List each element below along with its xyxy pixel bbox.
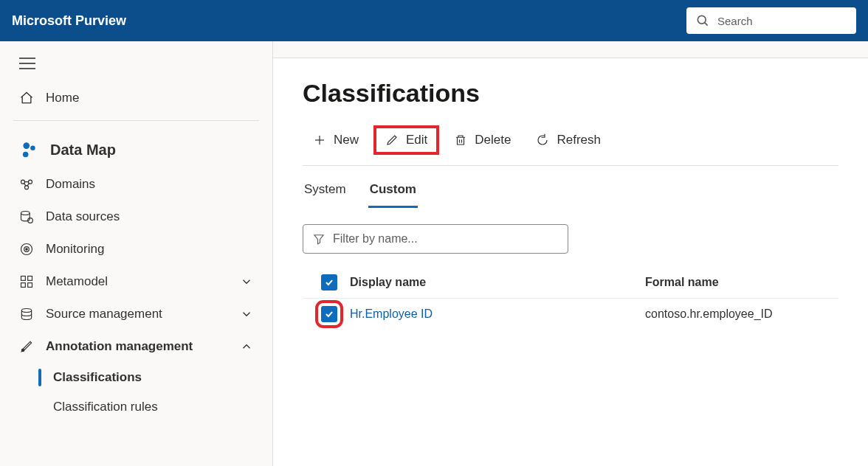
data-sources-icon [19,209,34,224]
sidebar-item-label: Source management [46,307,162,321]
edit-button[interactable]: Edit [373,125,439,155]
tab-custom[interactable]: Custom [368,176,418,208]
delete-button[interactable]: Delete [444,127,521,153]
svg-point-21 [21,349,24,351]
chevron-up-icon [240,340,253,353]
pencil-icon [385,133,399,147]
filter-input[interactable] [333,232,559,246]
filter-box[interactable] [303,224,568,254]
svg-rect-19 [28,283,32,288]
button-label: Edit [406,133,427,147]
data-map-icon [19,140,38,159]
sidebar-item-label: Metamodel [46,274,108,289]
sidebar-item-metamodel[interactable]: Metamodel [13,265,259,298]
row-display-name[interactable]: Hr.Employee ID [350,307,645,321]
toolbar: New Edit Delete Refresh [303,125,838,166]
select-all-checkbox[interactable] [321,274,337,291]
sidebar: Home Data Map Domains Data so [0,41,273,466]
svg-rect-16 [21,277,26,281]
brand-title: Microsoft Purview [12,13,126,29]
search-icon [695,13,710,28]
svg-point-10 [25,186,29,189]
home-icon [19,91,34,105]
refresh-button[interactable]: Refresh [526,127,611,153]
check-icon [324,309,334,319]
filter-icon [312,232,326,246]
button-label: Refresh [557,133,601,147]
table-row: Hr.Employee ID contoso.hr.employee_ID [303,299,838,330]
chevron-down-icon [240,275,253,288]
tab-bar: System Custom [303,176,838,208]
sidebar-item-annotation-management[interactable]: Annotation management [13,330,259,363]
sidebar-section-label: Data Map [50,142,116,159]
sidebar-item-data-sources[interactable]: Data sources [13,201,259,233]
search-container [686,7,856,34]
sidebar-item-label: Classifications [53,370,142,385]
svg-point-15 [26,248,28,251]
main-content: Classifications New Edit Delete [273,58,868,466]
svg-point-20 [21,309,31,313]
svg-point-5 [23,142,30,149]
sidebar-section-data-map[interactable]: Data Map [13,131,259,168]
column-header-formal[interactable]: Formal name [645,276,833,289]
svg-rect-17 [28,277,32,281]
domains-icon [19,177,34,192]
app-header: Microsoft Purview [0,0,868,41]
plus-icon [313,133,326,147]
chevron-down-icon [240,307,253,321]
annotation-management-icon [19,339,34,354]
source-management-icon [19,307,34,321]
new-button[interactable]: New [303,127,369,153]
sidebar-item-label: Classification rules [53,400,158,414]
svg-rect-18 [21,283,26,288]
trash-icon [454,133,467,147]
sidebar-item-source-management[interactable]: Source management [13,298,259,330]
search-input[interactable] [717,15,847,27]
svg-line-1 [705,23,708,26]
column-header-display[interactable]: Display name [350,276,645,289]
svg-point-0 [698,15,706,24]
sidebar-item-monitoring[interactable]: Monitoring [13,233,259,265]
button-label: Delete [475,133,511,147]
sidebar-item-label: Domains [46,177,95,192]
sidebar-sublist: Classifications Classification rules [35,363,259,422]
sidebar-divider [13,120,259,121]
refresh-icon [536,133,549,147]
search-box[interactable] [686,7,856,34]
sidebar-item-label: Annotation management [46,339,193,354]
hamburger-icon [19,58,35,69]
metamodel-icon [19,274,34,289]
sidebar-item-domains[interactable]: Domains [13,168,259,201]
sidebar-item-label: Home [46,91,79,105]
monitoring-icon [19,242,34,257]
row-checkbox[interactable] [321,306,337,322]
sidebar-item-label: Monitoring [46,242,104,257]
check-icon [324,277,334,288]
hamburger-menu[interactable] [13,55,259,74]
svg-point-7 [23,152,29,158]
sidebar-item-classifications[interactable]: Classifications [38,363,259,392]
button-label: New [334,133,359,147]
sidebar-item-home[interactable]: Home [13,82,259,114]
svg-point-11 [21,212,30,215]
row-formal-name: contoso.hr.employee_ID [645,307,833,321]
sidebar-item-classification-rules[interactable]: Classification rules [38,392,259,422]
sidebar-item-label: Data sources [46,209,120,224]
tab-system[interactable]: System [303,176,348,208]
table-header: Display name Formal name [303,267,838,299]
svg-point-6 [30,146,35,151]
page-title: Classifications [303,79,838,108]
